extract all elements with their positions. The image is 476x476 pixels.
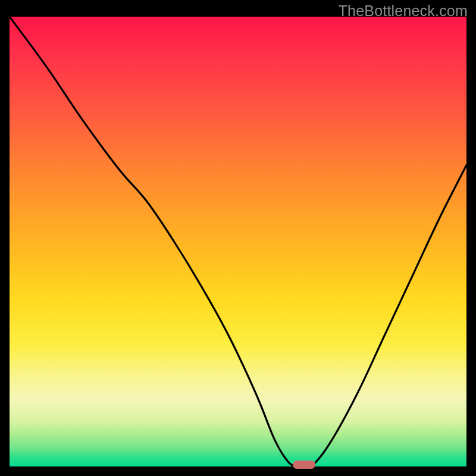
curve-path bbox=[10, 17, 466, 466]
optimal-marker bbox=[293, 461, 315, 469]
chart-frame: TheBottleneck.com bbox=[0, 0, 476, 476]
bottleneck-curve bbox=[10, 17, 466, 466]
plot-area bbox=[10, 17, 466, 466]
